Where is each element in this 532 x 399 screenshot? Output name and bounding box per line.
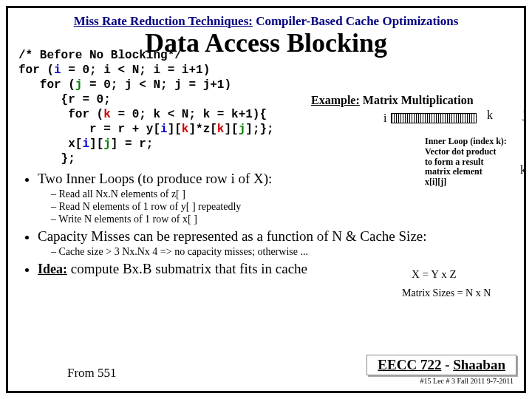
bullet-2: Capacity Misses can be represented as a … <box>38 228 514 258</box>
i-label: i <box>383 112 386 125</box>
footer-box: EECC 722 - Shaaban <box>366 355 516 375</box>
footer: EECC 722 - Shaaban #15 Lec # 3 Fall 2011… <box>366 355 516 385</box>
bullet-1-sub-2: Read N elements of 1 row of y[ ] repeate… <box>51 201 514 213</box>
k-label: k <box>487 109 493 122</box>
equation: X = Y x Z <box>412 268 457 281</box>
example-label: Example: Matrix Multiplication <box>311 94 474 107</box>
j-label: j <box>523 107 526 120</box>
bullet-1-sub-3: Write N elements of 1 row of x[ ] <box>51 214 514 225</box>
inner-loop-note: Inner Loop (index k): Vector dot product… <box>425 137 507 188</box>
k-right-label: k <box>520 163 526 177</box>
from-label: From 551 <box>67 366 117 381</box>
footer-sub: #15 Lec # 3 Fall 2011 9-7-2011 <box>366 377 516 385</box>
slide-header: Miss Rate Reduction Techniques: Compiler… <box>18 14 514 29</box>
row-bar <box>391 113 477 123</box>
bullet-2-sub-1: Cache size > 3 Nx.Nx 4 => no capacity mi… <box>51 246 514 258</box>
matrix-diagram: k j i k Inner Loop (index k): Vector dot… <box>383 112 528 125</box>
bullet-1-sub-1: Read all Nx.N elements of z[ ] <box>51 188 514 200</box>
header-rest: Compiler-Based Cache Optimizations <box>253 14 458 28</box>
matrix-sizes: Matrix Sizes = N x N <box>402 287 491 299</box>
header-underlined: Miss Rate Reduction Techniques: <box>74 14 253 28</box>
